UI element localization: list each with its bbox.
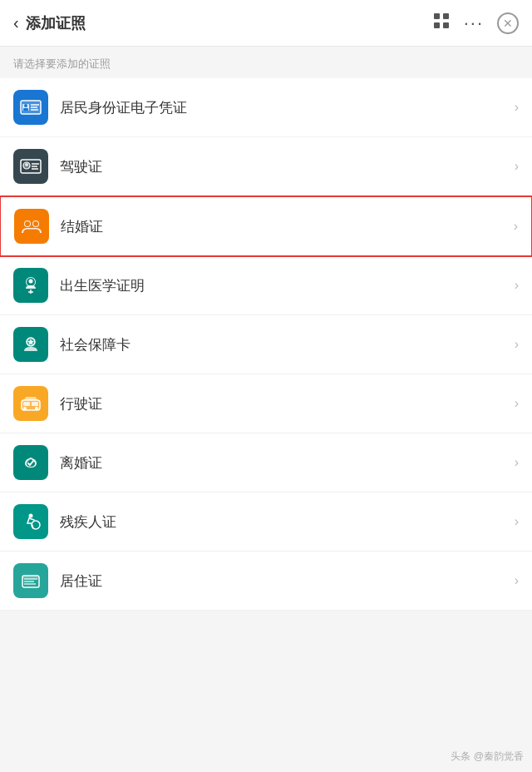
social-security-icon xyxy=(13,327,48,362)
list-item-residence-permit[interactable]: 居住证 › xyxy=(0,552,532,611)
svg-rect-33 xyxy=(32,402,38,406)
svg-rect-3 xyxy=(443,22,449,28)
svg-rect-11 xyxy=(23,108,28,111)
svg-point-22 xyxy=(33,221,38,226)
svg-rect-32 xyxy=(23,402,30,406)
list-item-id-card[interactable]: 居民身份证电子凭证 › xyxy=(0,78,532,137)
header-right: ··· ✕ xyxy=(432,12,519,34)
svg-point-10 xyxy=(24,104,27,107)
page-title: 添加证照 xyxy=(26,13,86,33)
birth-cert-label: 出生医学证明 xyxy=(60,276,515,295)
section-hint: 请选择要添加的证照 xyxy=(0,47,532,78)
svg-rect-1 xyxy=(443,13,449,19)
marriage-cert-chevron: › xyxy=(514,219,518,234)
list-item-birth-cert[interactable]: 出生医学证明 › xyxy=(0,256,532,315)
svg-rect-2 xyxy=(434,22,440,28)
residence-permit-icon xyxy=(13,563,48,598)
app-header: ‹ 添加证照 ··· ✕ xyxy=(0,0,532,47)
svg-rect-0 xyxy=(434,13,440,19)
certificate-list: 居民身份证电子凭证 › 驾驶证 › xyxy=(0,78,532,611)
svg-point-21 xyxy=(25,221,30,226)
residence-permit-label: 居住证 xyxy=(60,572,515,591)
svg-line-38 xyxy=(29,518,34,520)
id-card-icon xyxy=(13,90,48,125)
svg-rect-43 xyxy=(22,576,39,579)
back-button[interactable]: ‹ xyxy=(13,13,19,32)
list-item-marriage-cert[interactable]: 结婚证 › xyxy=(0,195,532,257)
header-left: ‹ 添加证照 xyxy=(13,13,86,33)
more-button[interactable]: ··· xyxy=(464,12,484,34)
svg-point-34 xyxy=(23,407,27,410)
svg-point-25 xyxy=(29,280,33,284)
driver-license-label: 驾驶证 xyxy=(60,157,515,176)
close-button[interactable]: ✕ xyxy=(497,12,519,34)
social-security-chevron: › xyxy=(515,337,519,352)
svg-point-18 xyxy=(25,163,28,166)
divorce-cert-label: 离婚证 xyxy=(60,453,515,473)
svg-point-36 xyxy=(29,514,33,518)
svg-point-35 xyxy=(35,407,38,410)
list-item-driver-license[interactable]: 驾驶证 › xyxy=(0,137,532,196)
list-item-divorce-cert[interactable]: 离婚证 › xyxy=(0,433,532,492)
disability-cert-icon xyxy=(13,504,48,539)
id-card-chevron: › xyxy=(515,100,519,115)
list-item-disability-cert[interactable]: 残疾人证 › xyxy=(0,492,532,552)
watermark: 头条 @秦韵觉香 xyxy=(451,750,524,764)
disability-cert-chevron: › xyxy=(515,514,519,529)
birth-cert-icon xyxy=(13,268,48,303)
birth-cert-chevron: › xyxy=(515,278,519,293)
id-card-label: 居民身份证电子凭证 xyxy=(60,98,515,117)
residence-permit-chevron: › xyxy=(515,573,519,588)
driver-license-chevron: › xyxy=(515,159,519,174)
apps-icon[interactable] xyxy=(432,12,451,34)
social-security-label: 社会保障卡 xyxy=(60,335,515,354)
marriage-cert-label: 结婚证 xyxy=(61,217,514,236)
vehicle-license-icon xyxy=(13,386,48,421)
divorce-cert-chevron: › xyxy=(515,455,519,470)
list-item-social-security[interactable]: 社会保障卡 › xyxy=(0,315,532,374)
vehicle-license-chevron: › xyxy=(515,396,519,411)
divorce-cert-icon xyxy=(13,445,48,480)
disability-cert-label: 残疾人证 xyxy=(60,512,515,532)
vehicle-license-label: 行驶证 xyxy=(60,394,515,413)
driver-license-icon xyxy=(13,149,48,184)
list-item-vehicle-license[interactable]: 行驶证 › xyxy=(0,374,532,433)
marriage-cert-icon xyxy=(14,209,49,244)
